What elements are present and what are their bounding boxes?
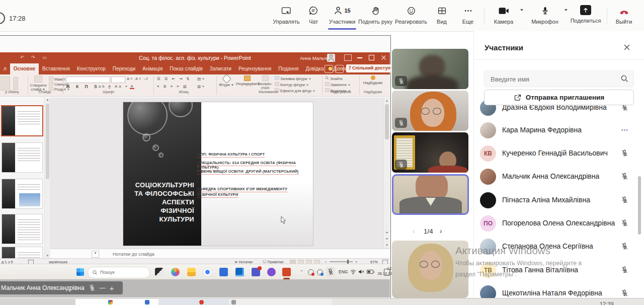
columns-icon[interactable]: ▥ (197, 84, 205, 89)
panel-scrollbar-thumb[interactable] (638, 176, 641, 235)
participant-row[interactable]: ПО Погорелова Олена Олександрівна (474, 212, 644, 235)
video-tile-1[interactable] (392, 49, 468, 89)
format-painter-icon[interactable] (13, 86, 18, 90)
taskbar-segment[interactable] (158, 299, 229, 305)
text-color-buttons[interactable]: ab A̲ Аа А (99, 84, 135, 89)
app-preview-icon[interactable] (145, 300, 149, 304)
outlook-icon[interactable] (235, 268, 244, 276)
chat-button[interactable]: Чат (305, 5, 322, 25)
find-button[interactable]: Знайти (325, 76, 343, 81)
slide-thumb-5[interactable] (2, 247, 42, 258)
start-button-icon[interactable] (76, 268, 84, 276)
tab-record[interactable]: Записати (206, 63, 235, 74)
tray-volume-muted-icon[interactable] (358, 269, 365, 274)
slide-thumb-4[interactable] (2, 214, 42, 244)
notification-center-icon[interactable] (384, 269, 390, 276)
tray-cast-icon[interactable] (317, 269, 323, 275)
video-tile-2[interactable] (392, 91, 468, 131)
new-slide-button[interactable]: Створити слайд (29, 75, 48, 92)
search-icon[interactable] (620, 74, 628, 83)
cut-icon[interactable] (13, 77, 18, 81)
video-page-prev-icon[interactable]: ‹ (413, 227, 415, 235)
participant-row[interactable]: Мальчик Анна Олександрівна (474, 165, 644, 188)
tab-review[interactable]: Рецензування (235, 63, 275, 74)
addins-button[interactable]: Надбудови (360, 75, 385, 85)
tray-mic-muted-box[interactable] (326, 267, 335, 277)
more-options-icon[interactable] (621, 126, 628, 134)
arrange-button[interactable]: Упорядкувати (235, 75, 259, 86)
app-preview-icon[interactable] (108, 300, 113, 304)
tab-insert[interactable]: Вставлення (39, 63, 73, 74)
camera-chevron-icon[interactable] (520, 9, 523, 11)
app-preview-icon[interactable] (231, 300, 236, 304)
shape-outline-button[interactable]: Контур фігури (275, 82, 309, 87)
replace-button[interactable]: Замінити (325, 82, 351, 87)
mic-muted-icon[interactable] (621, 196, 628, 204)
mic-muted-icon[interactable] (621, 289, 628, 297)
tray-rec-icon[interactable] (308, 269, 314, 275)
copilot-icon[interactable] (171, 268, 180, 276)
taskbar-search-box[interactable]: Пошук (88, 267, 150, 278)
prev-slide-button[interactable]: ⏶ (384, 231, 390, 235)
ppt-comment-icon[interactable] (335, 65, 344, 73)
raise-hand-button[interactable]: Поднять руку (358, 5, 392, 25)
participant-row[interactable]: Пігнаста Аліна Михайлівна (474, 189, 644, 212)
task-view-icon[interactable] (155, 268, 164, 276)
mic-muted-icon[interactable] (621, 173, 628, 180)
video-tile-3[interactable] (392, 132, 468, 173)
thumb-scrollbar[interactable]: ▴ ▾ (44, 98, 50, 258)
grow-shrink-font-icons[interactable]: A˄ A˅ 𝒜 (127, 77, 149, 82)
participant-search-input[interactable] (490, 73, 612, 85)
zoom-slider-thumb[interactable] (347, 260, 349, 264)
pill-zoom-in-button[interactable]: + (110, 284, 114, 292)
pill-zoom-out-button[interactable]: — (100, 284, 106, 291)
scroll-up-arrow[interactable]: ▴ (384, 99, 390, 103)
chrome-icon[interactable] (203, 268, 212, 276)
scroll-thumb[interactable] (385, 104, 389, 139)
mic-muted-icon[interactable] (621, 149, 628, 157)
mic-button[interactable]: Микрофон (529, 5, 560, 25)
send-invite-button[interactable]: Отправка приглашения (484, 90, 634, 105)
notes-bar[interactable]: ▾ Нотатки до слайда (50, 249, 390, 259)
explorer-icon[interactable] (187, 268, 196, 276)
font-style-buttons[interactable]: Ж К П S (66, 84, 100, 89)
participants-button[interactable]: 15 Участники (327, 5, 357, 25)
alignment-icons[interactable]: ≡ ≣ ≡ ≡ ▥ (157, 84, 188, 89)
copy-icon[interactable] (13, 82, 18, 86)
camera-button[interactable]: Камера (491, 5, 517, 25)
mic-muted-icon[interactable] (621, 266, 628, 274)
thumb-scroll-thumb[interactable] (46, 104, 49, 179)
tray-language[interactable]: ENG (339, 269, 348, 274)
close-window-icon[interactable] (380, 54, 387, 61)
minimize-icon[interactable] (357, 57, 362, 58)
leave-button[interactable]: Выйти (612, 5, 636, 25)
tab-file-partial[interactable]: л (0, 63, 10, 74)
scroll-down-arrow[interactable]: ▾ (384, 243, 390, 247)
text-direction-icons[interactable]: ▤ (197, 77, 205, 81)
react-button[interactable]: Реагировать (394, 5, 428, 25)
shape-fill-button[interactable]: Заливка фігури (275, 76, 311, 81)
tray-battery-icon[interactable] (367, 270, 373, 274)
slide-canvas[interactable]: СОЦІОКУЛЬТУРНІ ТА ФІЛОСОФСЬКІ АСПЕКТИ ФІ… (123, 102, 313, 246)
list-indent-icons[interactable]: ☰ ☰ ⇤ ⇥ ⇅ (157, 77, 191, 81)
more-button[interactable]: Еще (458, 5, 478, 25)
mic-muted-icon[interactable] (621, 243, 628, 250)
tray-chevron-icon[interactable]: ⌃ (300, 270, 303, 274)
quick-styles-button[interactable]: Експрес-стилі (258, 75, 273, 90)
slide-thumb-3[interactable] (2, 179, 42, 208)
share-screen-button[interactable]: Поделиться (570, 5, 602, 24)
tab-view[interactable]: Подання (275, 63, 302, 74)
font-size-select[interactable] (111, 77, 125, 83)
ppt-misc-icon[interactable] (325, 65, 333, 73)
zoom-track[interactable] (330, 261, 353, 262)
tray-wifi-icon[interactable] (350, 269, 356, 274)
font-name-select[interactable] (66, 77, 110, 83)
video-page-next-icon[interactable]: › (440, 227, 442, 235)
shapes-button[interactable]: Фігури (218, 75, 235, 87)
notes-collapse-button[interactable]: ▾ (92, 251, 99, 258)
powerpoint-icon[interactable] (282, 268, 291, 276)
mic-muted-icon[interactable] (621, 219, 628, 227)
ppt-share-access-button[interactable]: ⤴ Спільний доступ (346, 64, 397, 72)
ppt-account-name[interactable]: Анна Мальчик (300, 55, 331, 61)
tab-help[interactable]: Довідка (302, 63, 328, 74)
